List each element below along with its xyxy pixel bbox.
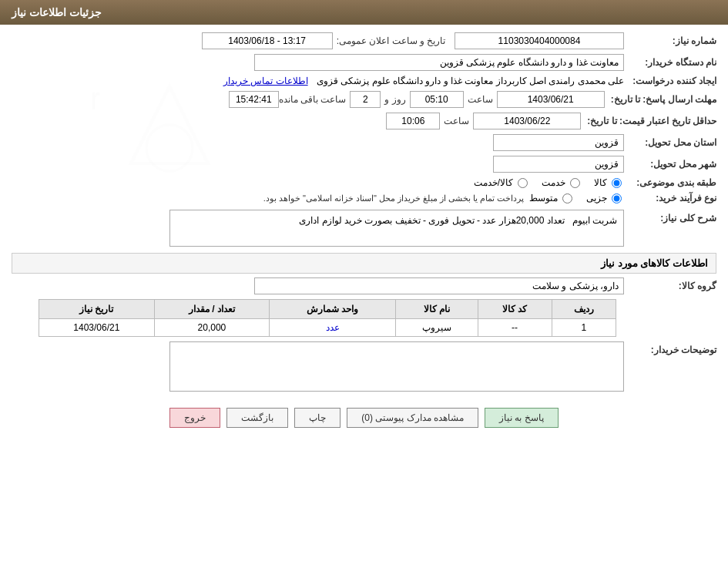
need-number-input[interactable] [455,32,624,49]
category-radio-group: کالا خدمت کالا/خدمت [474,177,624,188]
page-header: جزئیات اطلاعات نیاز [0,0,728,25]
province-input[interactable] [493,134,624,151]
purchase-motavaset[interactable]: متوسط [529,193,575,203]
category-kala-radio[interactable] [612,178,622,188]
deadline-day-label: روز و [384,94,405,105]
col-qty: تعداد / مقدار [154,300,270,319]
category-kala-label: کالا [594,177,607,188]
purchase-motavaset-radio[interactable] [562,193,572,203]
row-requester: ایجاد کننده درخواست: علی محمدی رامندی اص… [12,76,716,86]
col-name: نام کالا [395,300,478,319]
row-need-number: شماره نیاز: تاریخ و ساعت اعلان عمومی: [12,32,716,49]
category-khedmat-label: خدمت [542,177,565,188]
description-label: شرح کلی نیاز: [624,210,716,224]
deadline-time-label: ساعت [468,94,493,105]
requester-label: ایجاد کننده درخواست: [624,76,716,86]
deadline-days-input[interactable] [350,91,381,108]
row-notes: توضیحات خریدار: [12,341,716,392]
group-label: گروه کالا: [624,281,716,291]
purchase-type-note: پرداخت تمام یا بخشی از مبلغ خریداز محل "… [263,193,525,203]
min-date-label: حداقل تاریخ اعتبار قیمت: تا تاریخ: [581,116,716,126]
purchase-jozi-radio[interactable] [612,193,622,203]
view-docs-button[interactable]: مشاهده مدارک پیوستی (0) [347,408,478,428]
row-purchase-type: نوع فرآیند خرید: جزیی متوسط پرداخت تمام … [12,193,716,203]
back-button[interactable]: بازگشت [226,408,288,428]
col-code: کد کالا [478,300,552,319]
page-wrapper: جزئیات اطلاعات نیاز AriaTender شماره نیا… [0,0,728,565]
row-description: شرح کلی نیاز: [12,210,716,247]
group-input[interactable] [254,277,624,294]
cell-qty: 20,000 [154,319,270,337]
buyer-org-input[interactable] [254,54,624,71]
reply-button[interactable]: پاسخ به نیاز [485,408,559,428]
min-time-input[interactable] [386,113,440,129]
deadline-date-input[interactable] [497,91,605,108]
city-input[interactable] [493,156,624,173]
countdown-value: 15:42:41 [236,94,272,105]
category-khedmat[interactable]: خدمت [542,177,582,188]
goods-info-title: اطلاعات کالاهای مورد نیاز [12,253,716,274]
row-category: طبقه بندی موضوعی: کالا خدمت کالا/خدمت [12,177,716,188]
print-button[interactable]: چاپ [294,408,341,428]
cell-row: 1 [552,319,616,337]
page-title: جزئیات اطلاعات نیاز [12,6,102,18]
row-buyer-org: نام دستگاه خریدار: [12,54,716,71]
form-section: شماره نیاز: تاریخ و ساعت اعلان عمومی: نا… [12,32,716,392]
purchase-motavaset-label: متوسط [529,193,558,203]
content-area: AriaTender شماره نیاز: تاریخ و ساعت اعلا… [0,25,728,443]
remaining-text: ساعت باقی مانده [279,94,347,105]
items-table-wrapper: ردیف کد کالا نام کالا واحد شمارش تعداد /… [12,299,616,337]
cell-unit: عدد [270,319,396,337]
row-min-date: حداقل تاریخ اعتبار قیمت: تا تاریخ: ساعت [12,113,716,129]
row-province: استان محل تحویل: [12,134,716,151]
category-khedmat-radio[interactable] [570,178,580,188]
cell-date: 1403/06/21 [39,319,155,337]
purchase-jozi-label: جزیی [586,193,607,203]
category-kala-khedmat[interactable]: کالا/خدمت [474,177,530,188]
buyer-org-label: نام دستگاه خریدار: [624,57,716,68]
deadline-label: مهلت ارسال پاسخ: تا تاریخ: [605,94,716,105]
cell-name: سیروپ [395,319,478,337]
row-deadline: مهلت ارسال پاسخ: تا تاریخ: ساعت روز و سا… [12,91,716,108]
province-label: استان محل تحویل: [624,137,716,148]
purchase-type-label: نوع فرآیند خرید: [624,193,716,203]
notes-textarea[interactable] [169,341,624,392]
row-group: گروه کالا: [12,277,716,294]
items-table: ردیف کد کالا نام کالا واحد شمارش تعداد /… [39,299,616,337]
table-row: 1 -- سیروپ عدد 20,000 1403/06/21 [39,319,616,337]
cell-code: -- [478,319,552,337]
description-textarea[interactable] [169,210,624,247]
date-input[interactable] [202,32,333,49]
city-label: شهر محل تحویل: [624,159,716,170]
purchase-jozi[interactable]: جزیی [586,193,624,203]
col-unit: واحد شمارش [270,300,396,319]
purchase-type-radio-group: جزیی متوسط [529,193,624,203]
countdown-box: 15:42:41 [229,91,279,108]
bottom-buttons: پاسخ به نیاز مشاهده مدارک پیوستی (0) چاپ… [12,396,716,436]
category-label: طبقه بندی موضوعی: [624,177,716,188]
deadline-time-input[interactable] [410,91,464,108]
requester-value: علی محمدی رامندی اصل کاربرداز معاونت غذا… [317,76,624,86]
need-number-label: شماره نیاز: [624,35,716,46]
col-date: تاریخ نیاز [39,300,155,319]
contact-link[interactable]: اطلاعات تماس خریدار [223,76,308,86]
notes-label: توضیحات خریدار: [624,341,716,355]
exit-button[interactable]: خروج [169,408,220,428]
date-label: تاریخ و ساعت اعلان عمومی: [337,35,446,46]
min-time-label: ساعت [444,116,469,126]
min-date-input[interactable] [473,113,581,129]
row-city: شهر محل تحویل: [12,156,716,173]
category-kala-khedmat-radio[interactable] [518,178,528,188]
col-row: ردیف [552,300,616,319]
category-kala-khedmat-label: کالا/خدمت [474,177,513,188]
category-kala[interactable]: کالا [594,177,624,188]
